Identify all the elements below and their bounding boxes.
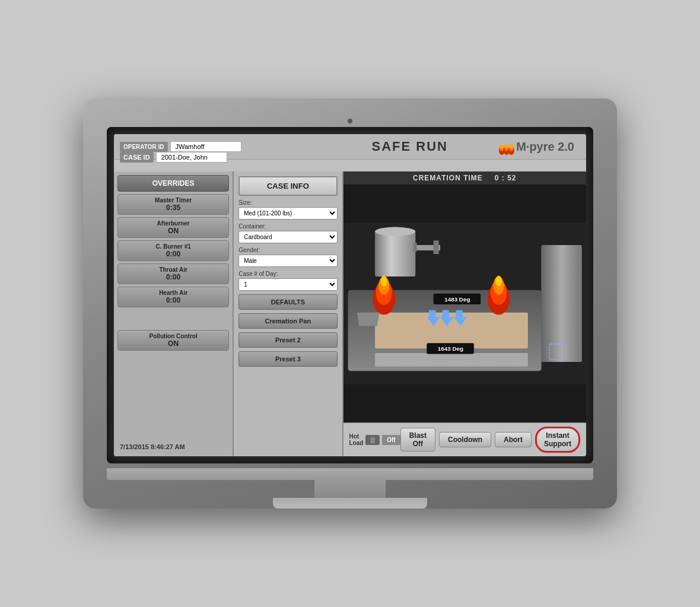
hearth-air-label: Hearth Air — [122, 290, 225, 296]
master-timer-label: Master Timer — [122, 197, 225, 204]
monitor-bezel: OPERATOR ID JWamhoff CASE ID 2001-Doe, J… — [107, 127, 593, 463]
c-burner-label: C. Burner #1 — [122, 243, 225, 250]
action-buttons: Blast Off Cooldown Abort Instant Support — [400, 427, 580, 453]
svg-point-2 — [500, 144, 504, 149]
case-field-group: CASE ID 2001-Doe, John — [120, 152, 227, 163]
monitor-neck — [314, 480, 386, 498]
cremation-time-label: CREMATION TIME — [413, 174, 483, 182]
svg-rect-16 — [433, 240, 438, 254]
hot-load-group: Hot Load ||| Off — [349, 433, 400, 446]
c-burner-item: C. Burner #1 0:00 — [117, 240, 229, 261]
left-panel: OVERRIDES Master Timer 0:35 Afterburner … — [114, 171, 234, 456]
toggle-off-button[interactable]: Off — [382, 435, 400, 445]
afterburner-label: Afterburner — [122, 220, 225, 227]
case-num-select[interactable]: 1 — [238, 278, 337, 291]
container-label: Container: — [238, 223, 337, 230]
bottom-controls: Hot Load ||| Off Blast Off Cooldown Abor… — [343, 422, 586, 456]
air-arrows — [427, 310, 467, 326]
blast-off-button[interactable]: Blast Off — [400, 428, 435, 452]
svg-marker-24 — [357, 313, 379, 326]
center-panel: CASE INFO Size: Med (101-200 lbs) Contai… — [234, 171, 343, 456]
logo: M·pyre 2.0 — [497, 138, 574, 155]
cremation-svg: 1483 Deg 1643 Deg — [343, 185, 586, 422]
operator-id-label: OPERATOR ID — [120, 142, 168, 152]
monitor-outer: OPERATOR ID JWamhoff CASE ID 2001-Doe, J… — [83, 98, 617, 509]
top-bar: OPERATOR ID JWamhoff CASE ID 2001-Doe, J… — [114, 134, 586, 160]
svg-point-5 — [505, 144, 508, 149]
c-burner-value: 0:00 — [122, 250, 225, 258]
gender-label: Gender: — [238, 247, 337, 253]
cremation-time-value: 0 : 52 — [495, 174, 517, 182]
main-content: OVERRIDES Master Timer 0:35 Afterburner … — [114, 171, 586, 456]
size-label: Size: — [238, 199, 337, 206]
logo-flame-icon — [497, 138, 515, 155]
svg-text:1643 Deg: 1643 Deg — [437, 345, 463, 352]
master-timer-value: 0:35 — [122, 204, 225, 212]
preset2-button[interactable]: Preset 2 — [238, 332, 337, 348]
svg-point-23 — [380, 275, 387, 286]
afterburner-value: ON — [122, 227, 225, 235]
case-num-group: Case # of Day: 1 — [238, 271, 337, 291]
abort-button[interactable]: Abort — [495, 432, 532, 447]
preset3-button[interactable]: Preset 3 — [238, 351, 337, 367]
case-info-button[interactable]: CASE INFO — [238, 176, 337, 196]
case-num-label: Case # of Day: — [238, 271, 337, 277]
svg-rect-19 — [375, 353, 528, 367]
gender-select[interactable]: Male — [238, 255, 337, 267]
status-bar: SAFE RUN — [366, 138, 580, 155]
pollution-control-value: ON — [122, 339, 225, 348]
size-select[interactable]: Med (101-200 lbs) — [238, 207, 337, 220]
afterburner-item: Afterburner ON — [117, 217, 229, 238]
svg-point-28 — [495, 275, 502, 286]
status-text: SAFE RUN — [372, 139, 448, 154]
operator-field-group: OPERATOR ID JWamhoff — [120, 141, 241, 152]
hot-load-label: Hot Load — [349, 433, 364, 446]
screen: OPERATOR ID JWamhoff CASE ID 2001-Doe, J… — [114, 134, 586, 456]
monitor-base — [273, 498, 427, 509]
cremation-header: CREMATION TIME 0 : 52 — [343, 171, 586, 185]
camera-dot — [348, 119, 352, 123]
defaults-button[interactable]: DEFAULTS — [238, 294, 337, 310]
svg-rect-12 — [375, 231, 415, 277]
spacer — [117, 310, 229, 328]
overrides-button[interactable]: OVERRIDES — [117, 175, 229, 192]
svg-text:1483 Deg: 1483 Deg — [444, 296, 470, 303]
logo-text: M·pyre 2.0 — [516, 140, 574, 154]
case-id-label: CASE ID — [120, 152, 154, 163]
container-select[interactable]: Cardboard — [238, 231, 337, 243]
pollution-control-item: Pollution Control ON — [117, 330, 229, 351]
throat-air-value: 0:00 — [122, 273, 225, 281]
pollution-control-label: Pollution Control — [122, 333, 225, 339]
master-timer-item: Master Timer 0:35 — [117, 194, 229, 215]
datetime-display: 7/13/2015 8:46:27 AM — [117, 441, 229, 453]
instant-support-button[interactable]: Instant Support — [535, 427, 580, 453]
cremation-pan-button[interactable]: Cremation Pan — [238, 313, 337, 329]
toggle-on-button[interactable]: ||| — [365, 435, 380, 445]
container-group: Container: Cardboard — [238, 223, 337, 243]
cremation-chamber: 1483 Deg 1643 Deg — [343, 185, 586, 422]
logo-flames — [497, 138, 515, 155]
hearth-air-value: 0:00 — [122, 296, 225, 304]
throat-air-label: Throat Air — [122, 266, 225, 273]
svg-point-13 — [375, 227, 415, 236]
right-panel: CREMATION TIME 0 : 52 — [343, 171, 586, 456]
hearth-air-item: Hearth Air 0:00 — [117, 287, 229, 307]
size-group: Size: Med (101-200 lbs) — [238, 199, 337, 220]
cooldown-button[interactable]: Cooldown — [439, 432, 491, 447]
throat-air-item: Throat Air 0:00 — [117, 263, 229, 284]
svg-point-8 — [510, 144, 513, 149]
gender-group: Gender: Male — [238, 247, 337, 267]
monitor-chin — [107, 468, 593, 480]
case-id-value: 2001-Doe, John — [156, 152, 227, 163]
svg-rect-15 — [413, 243, 416, 252]
operator-id-value: JWamhoff — [170, 141, 241, 152]
